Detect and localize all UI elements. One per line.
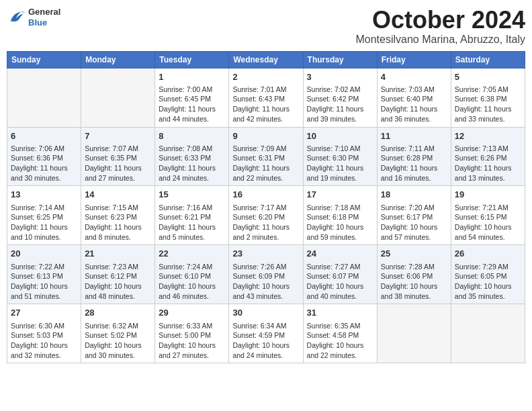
header-wednesday: Wednesday: [229, 51, 303, 68]
day-cell: 15Sunrise: 7:16 AMSunset: 6:21 PMDayligh…: [155, 186, 229, 245]
header-sunday: Sunday: [7, 51, 81, 68]
day-number: 23: [232, 248, 299, 260]
day-number: 25: [381, 248, 447, 260]
day-info: Sunrise: 7:13 AMSunset: 6:26 PMDaylight:…: [455, 144, 521, 183]
day-info: Sunrise: 7:06 AMSunset: 6:36 PMDaylight:…: [11, 144, 77, 183]
calendar-week-row: 27Sunrise: 6:30 AMSunset: 5:03 PMDayligh…: [7, 304, 525, 363]
day-number: 7: [85, 130, 151, 142]
day-info: Sunrise: 7:23 AMSunset: 6:12 PMDaylight:…: [85, 262, 151, 302]
day-cell: 26Sunrise: 7:29 AMSunset: 6:05 PMDayligh…: [451, 245, 525, 304]
day-info: Sunrise: 7:28 AMSunset: 6:06 PMDaylight:…: [381, 262, 447, 302]
day-number: 15: [159, 189, 225, 201]
day-number: 28: [85, 307, 151, 319]
day-number: 6: [11, 130, 77, 142]
day-number: 29: [159, 307, 225, 319]
logo: General Blue: [7, 7, 60, 28]
day-cell: 5Sunrise: 7:05 AMSunset: 6:38 PMDaylight…: [451, 68, 525, 127]
empty-cell: [7, 68, 81, 127]
day-cell: 9Sunrise: 7:09 AMSunset: 6:31 PMDaylight…: [229, 127, 303, 186]
day-cell: 1Sunrise: 7:00 AMSunset: 6:45 PMDaylight…: [155, 68, 229, 127]
logo-text: General Blue: [28, 7, 60, 28]
day-info: Sunrise: 7:15 AMSunset: 6:23 PMDaylight:…: [85, 203, 151, 242]
day-cell: 28Sunrise: 6:32 AMSunset: 5:02 PMDayligh…: [81, 304, 155, 363]
day-cell: 20Sunrise: 7:22 AMSunset: 6:13 PMDayligh…: [7, 245, 81, 304]
day-number: 20: [11, 248, 77, 260]
calendar-table: SundayMondayTuesdayWednesdayThursdayFrid…: [7, 51, 525, 364]
day-number: 16: [232, 189, 299, 201]
day-cell: 30Sunrise: 6:34 AMSunset: 4:59 PMDayligh…: [229, 304, 303, 363]
day-number: 21: [85, 248, 151, 260]
day-info: Sunrise: 7:01 AMSunset: 6:43 PMDaylight:…: [232, 85, 299, 124]
day-cell: 7Sunrise: 7:07 AMSunset: 6:35 PMDaylight…: [81, 127, 155, 186]
day-number: 12: [455, 130, 521, 142]
day-number: 18: [381, 189, 447, 201]
day-cell: 4Sunrise: 7:03 AMSunset: 6:40 PMDaylight…: [377, 68, 451, 127]
day-info: Sunrise: 7:05 AMSunset: 6:38 PMDaylight:…: [455, 85, 521, 124]
day-cell: 18Sunrise: 7:20 AMSunset: 6:17 PMDayligh…: [377, 186, 451, 245]
day-number: 27: [11, 307, 77, 319]
day-number: 19: [455, 189, 521, 201]
day-cell: 23Sunrise: 7:26 AMSunset: 6:09 PMDayligh…: [229, 245, 303, 304]
day-info: Sunrise: 7:07 AMSunset: 6:35 PMDaylight:…: [85, 144, 151, 183]
day-number: 11: [381, 130, 447, 142]
empty-cell: [451, 304, 525, 363]
day-cell: 10Sunrise: 7:10 AMSunset: 6:30 PMDayligh…: [303, 127, 377, 186]
header-tuesday: Tuesday: [155, 51, 229, 68]
day-number: 8: [159, 130, 225, 142]
day-info: Sunrise: 7:08 AMSunset: 6:33 PMDaylight:…: [159, 144, 225, 183]
day-info: Sunrise: 6:30 AMSunset: 5:03 PMDaylight:…: [11, 321, 77, 361]
day-info: Sunrise: 7:18 AMSunset: 6:18 PMDaylight:…: [307, 203, 373, 242]
title-block: October 2024 Montesilvano Marina, Abruzz…: [355, 7, 525, 46]
logo-blue: Blue: [28, 17, 60, 28]
day-info: Sunrise: 6:32 AMSunset: 5:02 PMDaylight:…: [85, 321, 151, 361]
day-number: 14: [85, 189, 151, 201]
day-number: 30: [232, 307, 299, 319]
day-number: 3: [307, 71, 373, 83]
day-cell: 31Sunrise: 6:35 AMSunset: 4:58 PMDayligh…: [303, 304, 377, 363]
day-info: Sunrise: 7:29 AMSunset: 6:05 PMDaylight:…: [455, 262, 521, 302]
day-cell: 22Sunrise: 7:24 AMSunset: 6:10 PMDayligh…: [155, 245, 229, 304]
day-info: Sunrise: 7:24 AMSunset: 6:10 PMDaylight:…: [159, 262, 225, 302]
day-info: Sunrise: 7:16 AMSunset: 6:21 PMDaylight:…: [159, 203, 225, 242]
location-subtitle: Montesilvano Marina, Abruzzo, Italy: [355, 34, 525, 46]
empty-cell: [81, 68, 155, 127]
day-cell: 25Sunrise: 7:28 AMSunset: 6:06 PMDayligh…: [377, 245, 451, 304]
calendar-week-row: 1Sunrise: 7:00 AMSunset: 6:45 PMDaylight…: [7, 68, 525, 127]
day-info: Sunrise: 7:09 AMSunset: 6:31 PMDaylight:…: [232, 144, 299, 183]
day-number: 10: [307, 130, 373, 142]
day-cell: 13Sunrise: 7:14 AMSunset: 6:25 PMDayligh…: [7, 186, 81, 245]
month-title: October 2024: [355, 7, 525, 34]
page-header: General Blue October 2024 Montesilvano M…: [7, 7, 525, 46]
day-cell: 19Sunrise: 7:21 AMSunset: 6:15 PMDayligh…: [451, 186, 525, 245]
day-cell: 2Sunrise: 7:01 AMSunset: 6:43 PMDaylight…: [229, 68, 303, 127]
logo-general: General: [28, 7, 60, 17]
calendar-week-row: 6Sunrise: 7:06 AMSunset: 6:36 PMDaylight…: [7, 127, 525, 186]
header-thursday: Thursday: [303, 51, 377, 68]
day-info: Sunrise: 6:35 AMSunset: 4:58 PMDaylight:…: [307, 321, 373, 361]
day-info: Sunrise: 7:20 AMSunset: 6:17 PMDaylight:…: [381, 203, 447, 242]
day-info: Sunrise: 7:03 AMSunset: 6:40 PMDaylight:…: [381, 85, 447, 124]
day-cell: 12Sunrise: 7:13 AMSunset: 6:26 PMDayligh…: [451, 127, 525, 186]
day-info: Sunrise: 7:11 AMSunset: 6:28 PMDaylight:…: [381, 144, 447, 183]
day-cell: 8Sunrise: 7:08 AMSunset: 6:33 PMDaylight…: [155, 127, 229, 186]
day-cell: 21Sunrise: 7:23 AMSunset: 6:12 PMDayligh…: [81, 245, 155, 304]
day-cell: 29Sunrise: 6:33 AMSunset: 5:00 PMDayligh…: [155, 304, 229, 363]
header-friday: Friday: [377, 51, 451, 68]
day-number: 4: [381, 71, 447, 83]
day-number: 26: [455, 248, 521, 260]
day-number: 9: [232, 130, 299, 142]
day-info: Sunrise: 7:22 AMSunset: 6:13 PMDaylight:…: [11, 262, 77, 302]
day-number: 1: [159, 71, 225, 83]
day-number: 17: [307, 189, 373, 201]
header-monday: Monday: [81, 51, 155, 68]
calendar-header-row: SundayMondayTuesdayWednesdayThursdayFrid…: [7, 51, 525, 68]
day-info: Sunrise: 6:33 AMSunset: 5:00 PMDaylight:…: [159, 321, 225, 361]
day-cell: 6Sunrise: 7:06 AMSunset: 6:36 PMDaylight…: [7, 127, 81, 186]
header-saturday: Saturday: [451, 51, 525, 68]
day-number: 24: [307, 248, 373, 260]
day-number: 2: [232, 71, 299, 83]
day-number: 5: [455, 71, 521, 83]
day-number: 22: [159, 248, 225, 260]
day-info: Sunrise: 7:27 AMSunset: 6:07 PMDaylight:…: [307, 262, 373, 302]
day-cell: 27Sunrise: 6:30 AMSunset: 5:03 PMDayligh…: [7, 304, 81, 363]
